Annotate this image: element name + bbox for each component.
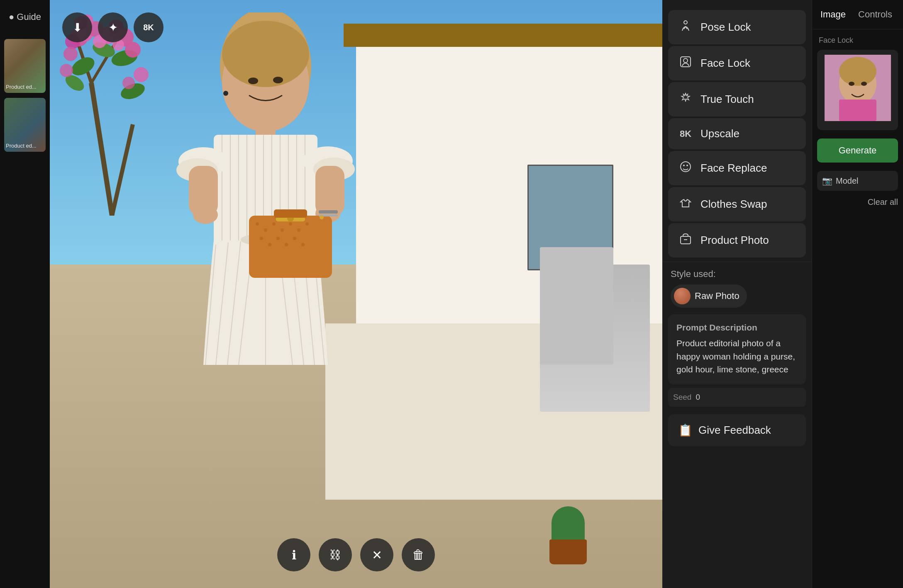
svg-point-28 (222, 21, 309, 87)
svg-point-66 (281, 228, 284, 232)
face-lock-icon (678, 55, 693, 71)
right-panel: Pose Lock Face Lock True Touch 8K U (662, 0, 812, 588)
left-sidebar: ● Guide Product ed... Product ed... (0, 0, 50, 588)
face-replace-icon (678, 160, 693, 176)
generate-button[interactable]: Generate (817, 138, 898, 163)
clothes-swap-icon (678, 196, 693, 212)
far-right-panel: Image Controls Face Lock Generate 📷 Mode… (812, 0, 903, 588)
svg-point-74 (293, 237, 296, 240)
svg-point-86 (683, 58, 688, 63)
svg-point-69 (305, 222, 309, 226)
info-icon: ℹ (292, 548, 296, 562)
svg-rect-79 (319, 210, 338, 214)
sparkle-icon: ✦ (108, 21, 118, 34)
menu-item-product-photo-label: Product Photo (700, 234, 769, 247)
svg-rect-78 (274, 209, 307, 218)
menu-item-face-lock-label: Face Lock (700, 57, 750, 70)
far-right-tabs: Image Controls (812, 0, 903, 29)
true-touch-icon (678, 91, 693, 107)
delete-icon: 🗑 (412, 548, 425, 562)
feedback-icon: 📋 (678, 423, 693, 437)
svg-point-65 (272, 222, 276, 226)
upscale-icon: 8K (678, 129, 693, 139)
far-right-face-lock-label: Face Lock (812, 29, 903, 46)
thumbnail-2[interactable]: Product ed... (4, 98, 46, 152)
svg-point-96 (861, 82, 867, 86)
tab-image[interactable]: Image (816, 7, 850, 22)
menu-item-clothes-swap-label: Clothes Swap (700, 198, 767, 211)
menu-item-true-touch-label: True Touch (700, 93, 754, 106)
product-photo-icon (678, 232, 693, 248)
svg-point-70 (260, 237, 263, 240)
svg-point-75 (301, 243, 305, 246)
svg-point-31 (223, 91, 228, 96)
clear-all-button[interactable]: Clear all (817, 197, 898, 207)
svg-point-29 (248, 78, 258, 84)
svg-point-68 (297, 228, 300, 232)
svg-point-64 (264, 228, 267, 232)
enhance-button[interactable]: ✦ (98, 12, 128, 42)
model-button[interactable]: 📷 Model (817, 171, 898, 191)
give-feedback-button[interactable]: 📋 Give Feedback (668, 414, 806, 446)
8k-icon: 8K (143, 23, 154, 32)
guide-icon: ● (9, 12, 14, 22)
menu-item-product-photo[interactable]: Product Photo (668, 223, 806, 258)
svg-point-60 (193, 206, 218, 224)
svg-point-82 (684, 21, 687, 24)
menu-list: Pose Lock Face Lock True Touch 8K U (662, 6, 812, 262)
download-icon: ⬇ (73, 21, 82, 34)
menu-item-clothes-swap[interactable]: Clothes Swap (668, 187, 806, 221)
guide-button[interactable]: ● Guide (4, 8, 46, 26)
prompt-title: Prompt Description (676, 323, 798, 333)
svg-point-71 (268, 243, 271, 246)
thumbnail-2-label: Product ed... (6, 143, 44, 149)
seed-value: 0 (696, 393, 700, 402)
menu-item-true-touch[interactable]: True Touch (668, 82, 806, 117)
menu-item-pose-lock-label: Pose Lock (700, 21, 751, 34)
menu-item-upscale-label: Upscale (700, 127, 739, 140)
menu-item-upscale[interactable]: 8K Upscale (668, 118, 806, 149)
upscale-8k-button[interactable]: 8K (134, 12, 164, 42)
menu-item-face-lock[interactable]: Face Lock (668, 46, 806, 80)
photo-scene (50, 0, 662, 588)
svg-point-67 (289, 222, 292, 226)
seed-section: Seed 0 (668, 388, 806, 407)
generate-label: Generate (839, 145, 877, 156)
style-avatar (674, 288, 691, 304)
delete-button[interactable]: 🗑 (402, 538, 435, 571)
thumbnail-1-label: Product ed... (6, 84, 44, 90)
prompt-text: Product editorial photo of a happy woman… (676, 337, 798, 376)
style-chip-label: Raw Photo (695, 291, 739, 301)
menu-item-face-replace-label: Face Replace (700, 162, 767, 175)
link-icon: ⛓ (329, 548, 341, 562)
main-image-area: ⬇ ✦ 8K ℹ ⛓ ✕ 🗑 (50, 0, 662, 588)
info-button[interactable]: ℹ (277, 538, 310, 571)
face-lock-image (825, 55, 891, 121)
close-icon: ✕ (372, 548, 382, 562)
svg-line-0 (91, 83, 112, 216)
guide-label: Guide (17, 12, 41, 22)
svg-point-17 (63, 47, 78, 61)
svg-point-95 (849, 82, 854, 86)
menu-item-face-replace[interactable]: Face Replace (668, 151, 806, 185)
style-label: Style used: (671, 269, 803, 279)
link-button[interactable]: ⛓ (319, 538, 352, 571)
svg-point-72 (276, 237, 280, 240)
svg-rect-97 (839, 100, 876, 121)
style-section: Style used: Raw Photo (662, 262, 812, 314)
svg-point-73 (285, 243, 288, 246)
svg-point-89 (686, 165, 688, 166)
prompt-section: Prompt Description Product editorial pho… (668, 314, 806, 384)
thumbnail-1[interactable]: Product ed... (4, 39, 46, 93)
bottom-toolbar: ℹ ⛓ ✕ 🗑 (277, 538, 435, 571)
face-lock-preview (817, 50, 898, 130)
pose-lock-icon (678, 19, 693, 35)
menu-item-pose-lock[interactable]: Pose Lock (668, 10, 806, 44)
model-icon: 📷 (822, 176, 832, 186)
tab-controls[interactable]: Controls (854, 7, 896, 22)
feedback-label: Give Feedback (698, 424, 771, 437)
download-button[interactable]: ⬇ (62, 12, 92, 42)
clear-all-label: Clear all (868, 197, 898, 207)
style-chip[interactable]: Raw Photo (671, 284, 747, 308)
close-button[interactable]: ✕ (360, 538, 393, 571)
